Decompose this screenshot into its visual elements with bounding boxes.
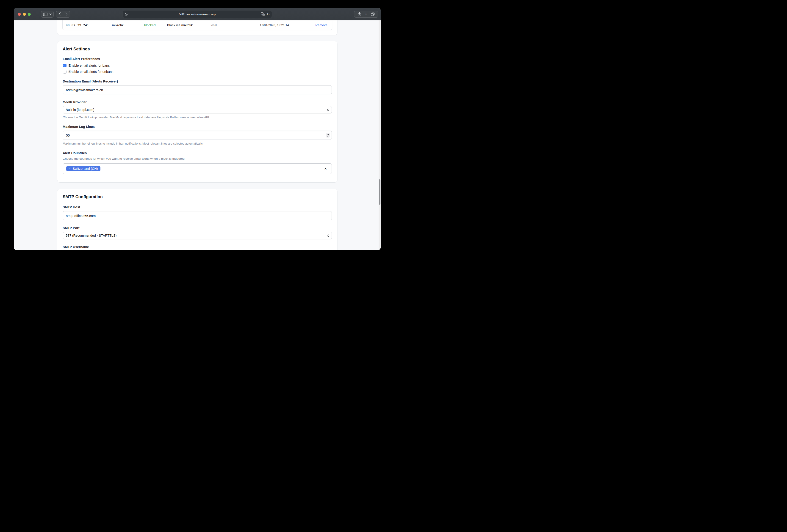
source-value: local	[211, 23, 260, 27]
alert-countries-field-group: Alert Countries Choose the countries for…	[63, 151, 332, 174]
page-content: 98.82.39.241 mikrotik blocked Block via …	[14, 20, 381, 250]
smtp-host-field-group: SMTP Host	[63, 205, 332, 220]
smtp-host-input[interactable]	[63, 211, 332, 220]
plus-icon: +	[365, 12, 367, 16]
alert-countries-label: Alert Countries	[63, 151, 332, 155]
minimize-window-button[interactable]	[23, 13, 26, 16]
banned-ips-table: 98.82.39.241 mikrotik blocked Block via …	[62, 20, 332, 30]
jail-value: mikrotik	[112, 23, 144, 27]
smtp-host-label: SMTP Host	[63, 205, 332, 209]
smtp-port-label: SMTP Port	[63, 226, 332, 230]
sidebar-controls	[41, 11, 54, 18]
unbans-alert-checkbox[interactable]	[63, 70, 66, 73]
sidebar-menu-button[interactable]	[49, 11, 51, 17]
alert-settings-title: Alert Settings	[63, 47, 332, 51]
smtp-port-value: 587 (Recommended - STARTTLS)	[66, 234, 117, 237]
browser-window: fail2ban.swissmakers.corp A 文 ↻	[14, 8, 381, 250]
alert-countries-multiselect[interactable]: ✕ Switzerland (CH) ✕	[63, 163, 332, 174]
enable-unbans-alert-row: Enable email alerts for unbans	[63, 70, 332, 73]
forward-button[interactable]	[63, 11, 70, 17]
smtp-port-field-group: SMTP Port 587 (Recommended - STARTTLS)	[63, 226, 332, 239]
share-button[interactable]	[358, 11, 361, 17]
enable-bans-alert-row: Enable email alerts for bans	[63, 64, 332, 67]
country-tag-label: Switzerland (CH)	[73, 167, 98, 171]
email-alert-preferences-label: Email Alert Preferences	[63, 57, 332, 61]
unbans-alert-label: Enable email alerts for unbans	[68, 70, 113, 73]
sidebar-icon	[43, 13, 47, 16]
timestamp-value: 17/01/2026, 19:21:14	[260, 23, 316, 27]
svg-text:文: 文	[263, 14, 264, 16]
number-stepper[interactable]	[326, 133, 330, 138]
remove-ban-link[interactable]: Remove	[315, 23, 332, 27]
destination-email-input[interactable]	[63, 85, 332, 94]
alert-settings-card: Alert Settings Email Alert Preferences E…	[57, 41, 337, 182]
max-log-lines-label: Maximum Log Lines	[63, 125, 332, 129]
url-text: fail2ban.swissmakers.corp	[123, 13, 272, 16]
stepper-divider	[326, 135, 329, 135]
reader-view-icon[interactable]	[125, 13, 129, 16]
alert-countries-help: Choose the countries for which you want …	[63, 157, 332, 160]
translate-icon[interactable]: A 文	[261, 13, 264, 16]
smtp-username-label: SMTP Username	[63, 245, 332, 249]
banned-ips-card: 98.82.39.241 mikrotik blocked Block via …	[57, 20, 337, 35]
max-log-lines-field-group: Maximum Log Lines Maximum number of log …	[63, 125, 332, 145]
chevron-left-icon	[59, 13, 61, 16]
toggle-sidebar-button[interactable]	[43, 11, 47, 17]
share-icon	[358, 12, 361, 16]
clear-selection-icon[interactable]: ✕	[324, 167, 328, 171]
geoip-provider-help: Choose the GeoIP lookup provider. MaxMin…	[63, 115, 332, 119]
smtp-port-select[interactable]: 587 (Recommended - STARTTLS)	[63, 232, 332, 239]
geoip-provider-value: Built-in (ip-api.com)	[66, 108, 94, 112]
new-tab-button[interactable]: +	[365, 11, 367, 17]
zoom-window-button[interactable]	[28, 13, 31, 16]
select-chevrons-icon	[327, 235, 329, 237]
destination-email-label: Destination Email (Alerts Receiver)	[63, 80, 332, 83]
smtp-configuration-title: SMTP Configuration	[63, 195, 332, 199]
smtp-username-field-group: SMTP Username	[63, 245, 332, 250]
max-log-lines-help: Maximum number of log lines to include i…	[63, 142, 332, 145]
page-scrollbar[interactable]	[379, 20, 381, 250]
geoip-provider-label: GeoIP Provider	[63, 101, 332, 104]
tab-overview-button[interactable]	[371, 11, 375, 17]
scrollbar-thumb[interactable]	[379, 179, 380, 205]
select-chevrons-icon	[327, 109, 329, 111]
bans-alert-checkbox[interactable]	[63, 64, 66, 67]
window-controls	[18, 13, 31, 16]
tabs-icon	[371, 13, 375, 16]
browser-toolbar: fail2ban.swissmakers.corp A 文 ↻	[14, 8, 381, 20]
chevron-right-icon	[66, 13, 68, 16]
destination-email-field-group: Destination Email (Alerts Receiver)	[63, 80, 332, 94]
back-button[interactable]	[56, 11, 63, 17]
country-tag[interactable]: ✕ Switzerland (CH)	[66, 166, 101, 171]
address-bar[interactable]: fail2ban.swissmakers.corp A 文 ↻	[123, 10, 272, 18]
chevron-down-icon	[49, 14, 51, 15]
bans-alert-label: Enable email alerts for bans	[68, 64, 110, 67]
status-badge: blocked	[144, 23, 167, 27]
close-window-button[interactable]	[18, 13, 21, 16]
max-log-lines-input[interactable]	[63, 131, 332, 140]
tag-remove-icon[interactable]: ✕	[69, 167, 71, 170]
banned-ip-value: 98.82.39.241	[63, 23, 112, 27]
reload-icon[interactable]: ↻	[267, 13, 270, 16]
table-row: 98.82.39.241 mikrotik blocked Block via …	[63, 20, 332, 30]
action-value: Block via mikrotik	[167, 23, 211, 27]
smtp-configuration-card: SMTP Configuration SMTP Host SMTP Port 5…	[57, 189, 337, 250]
geoip-provider-field-group: GeoIP Provider Built-in (ip-api.com) Cho…	[63, 101, 332, 119]
geoip-provider-select[interactable]: Built-in (ip-api.com)	[63, 106, 332, 113]
navigation-controls	[56, 11, 70, 18]
toolbar-actions: +	[354, 11, 378, 18]
